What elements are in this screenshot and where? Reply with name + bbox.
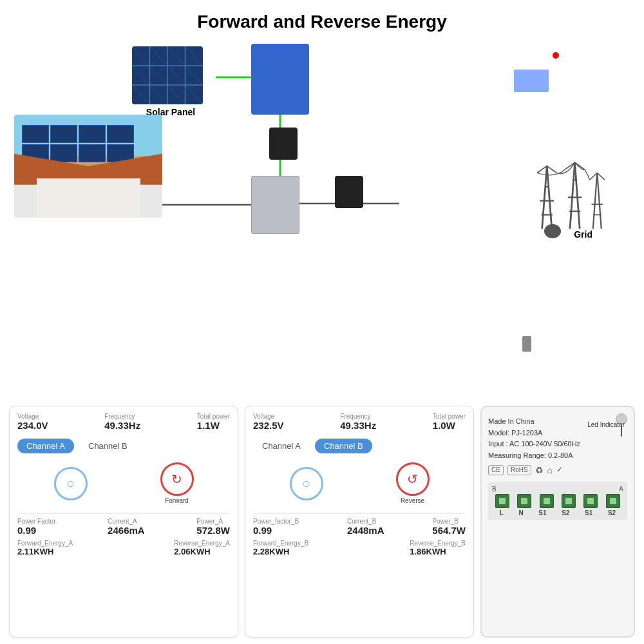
terminal-pin-labels: L N S1 S2 S1 S2 xyxy=(492,509,623,516)
channel-a-reverse-energy-label: Reverse_Energy_A xyxy=(174,540,230,547)
terminal-pins-row xyxy=(492,494,623,508)
channel-a-tabs: Channel A Channel B xyxy=(17,439,230,453)
channel-a-total-power-label: Total power xyxy=(197,413,230,420)
device-led-label: Led Indicator xyxy=(587,421,625,428)
svg-line-32 xyxy=(575,162,580,229)
channel-a-top-metrics: Voltage 234.0V Frequency 49.33Hz Total p… xyxy=(17,413,230,431)
device-card: Led Indicator Made In China Model: PJ-12… xyxy=(480,406,635,638)
channel-a-circle-b-wrapper: ↻ Forward xyxy=(160,462,194,504)
device-info-line3: Input : AC 100-240V 50/60Hz xyxy=(488,439,627,450)
terminal-pin-S2a xyxy=(606,494,620,508)
channel-a-forward-energy: Forward_Energy_A 2.11KWH xyxy=(17,540,73,556)
check-icon: ✓ xyxy=(556,465,563,475)
channel-b-bottom-metrics: Power_factor_B 0.99 Current_B 2448mA Pow… xyxy=(253,513,466,556)
svg-line-43 xyxy=(597,173,605,180)
channel-a-frequency: Frequency 49.33Hz xyxy=(104,413,140,431)
channel-a-pf-value: 0.99 xyxy=(17,525,36,536)
channel-a-reverse-energy: Reverse_Energy_A 2.06KWH xyxy=(174,540,230,556)
terminal-b-label: B xyxy=(492,486,497,493)
channel-b-tab-b[interactable]: Channel B xyxy=(315,439,372,453)
terminal-pin-L xyxy=(495,494,509,508)
terminal-L-label: L xyxy=(500,509,504,516)
roof-solar-panels xyxy=(22,125,155,158)
channel-b-frequency-label: Frequency xyxy=(340,413,370,420)
channel-a-forward-energy-label: Forward_Energy_A xyxy=(17,540,73,547)
channel-b-tabs: Channel A Channel B xyxy=(253,439,466,453)
channel-b-metrics-row: Power_factor_B 0.99 Current_B 2448mA Pow… xyxy=(253,518,466,536)
channel-b-power-value: 564.7W xyxy=(432,525,466,536)
channel-a-power: Power_A 572.8W xyxy=(196,518,230,536)
grid-icon xyxy=(531,152,609,236)
terminal-pin-S1a xyxy=(583,494,598,508)
channel-a-forward-label: Forward xyxy=(165,497,189,504)
svg-line-29 xyxy=(537,166,547,173)
channel-b-circle-reverse-wrapper: ↺ Reverse xyxy=(396,462,430,504)
inverter-box xyxy=(251,44,309,115)
channel-a-circle-a-icon: ○ xyxy=(66,475,75,492)
channel-a-tab-b[interactable]: Channel B xyxy=(79,439,137,453)
channel-b-voltage: Voltage 232.5V xyxy=(253,413,284,431)
terminal-S2a-label: S2 xyxy=(608,509,616,516)
channel-a-energy-row: Forward_Energy_A 2.11KWH Reverse_Energy_… xyxy=(17,540,230,556)
channel-a-circle-a: ○ xyxy=(54,467,88,500)
svg-line-31 xyxy=(570,162,575,229)
channel-a-forward-energy-value: 2.11KWH xyxy=(17,547,53,556)
device-info-line2: Model: PJ-1203A xyxy=(488,428,627,439)
terminal-ab-labels: B A xyxy=(492,486,623,493)
channel-b-current-value: 2448mA xyxy=(347,525,384,536)
channel-b-card: Voltage 232.5V Frequency 49.33Hz Total p… xyxy=(245,406,474,638)
terminal-pin-S2b xyxy=(562,494,576,508)
channel-b-pf: Power_factor_B 0.99 xyxy=(253,518,299,536)
terminal-block: B A L N S1 S2 S1 S2 xyxy=(488,482,627,520)
bottom-section: Voltage 234.0V Frequency 49.33Hz Total p… xyxy=(0,399,644,644)
page-title: Forward and Reverse Energy xyxy=(0,0,644,37)
channel-b-circles: ○ ↺ Reverse xyxy=(253,462,466,504)
channel-b-circle-a-icon: ○ xyxy=(302,475,310,492)
inverter-screen xyxy=(514,70,549,92)
channel-b-forward-energy-value: 2.28KWH xyxy=(253,547,289,556)
channel-a-voltage-label: Voltage xyxy=(17,413,39,420)
terminal-spacer xyxy=(497,486,620,493)
channel-b-circle-a: ○ xyxy=(290,467,323,500)
channel-a-frequency-label: Frequency xyxy=(104,413,135,420)
channel-b-forward-energy: Forward_Energy_B 2.28KWH xyxy=(253,540,308,556)
channel-b-voltage-label: Voltage xyxy=(253,413,274,420)
recycle-icon: ♻ xyxy=(535,465,544,475)
diagram-area: Solar Panel xyxy=(0,37,644,269)
terminal-a-label: A xyxy=(619,486,623,493)
channel-a-pf-label: Power Factor xyxy=(17,518,55,525)
ct-clamp-right xyxy=(335,176,363,208)
channel-b-frequency: Frequency 49.33Hz xyxy=(340,413,376,431)
channel-a-current-label: Current_A xyxy=(108,518,137,525)
channel-b-total-power-value: 1.0W xyxy=(433,420,455,431)
channel-b-total-power-label: Total power xyxy=(433,413,466,420)
reverse-icon: ↺ xyxy=(407,471,418,487)
house-wall xyxy=(37,178,140,218)
channel-a-circle-forward: ↻ xyxy=(160,462,194,496)
channel-a-total-power: Total power 1.1W xyxy=(197,413,230,431)
channel-b-voltage-value: 232.5V xyxy=(253,420,284,431)
channel-a-current-value: 2466mA xyxy=(108,525,145,536)
terminal-N-label: N xyxy=(519,509,524,516)
channel-b-reverse-energy: Reverse_Energy_B 1.86KWH xyxy=(410,540,466,556)
dist-box-handle xyxy=(522,336,531,352)
grid-label: Grid xyxy=(574,229,592,240)
ce-badge: CE xyxy=(488,465,504,475)
svg-line-38 xyxy=(593,173,598,229)
channel-b-reverse-energy-label: Reverse_Energy_B xyxy=(410,540,466,547)
channel-a-power-label: Power_A xyxy=(196,518,223,525)
channel-a-bottom-metrics: Power Factor 0.99 Current_A 2466mA Power… xyxy=(17,513,230,556)
solar-panel-icon xyxy=(132,46,206,108)
device-certifications: CE RoHS ♻ ⌂ ✓ xyxy=(488,465,627,475)
channel-b-power-label: Power_B xyxy=(432,518,459,525)
channel-b-circle-a-wrapper: ○ xyxy=(290,467,323,500)
terminal-pin-S1b xyxy=(540,494,554,508)
channel-b-forward-energy-label: Forward_Energy_B xyxy=(253,540,308,547)
channel-a-current: Current_A 2466mA xyxy=(108,518,145,536)
channel-b-power: Power_B 564.7W xyxy=(432,518,466,536)
inverter-red-dot xyxy=(553,52,559,59)
channel-b-reverse-label: Reverse xyxy=(401,497,424,504)
channel-a-tab-a[interactable]: Channel A xyxy=(17,439,74,453)
channel-a-circle-a-wrapper: ○ xyxy=(54,467,88,500)
channel-b-tab-a[interactable]: Channel A xyxy=(253,439,310,453)
